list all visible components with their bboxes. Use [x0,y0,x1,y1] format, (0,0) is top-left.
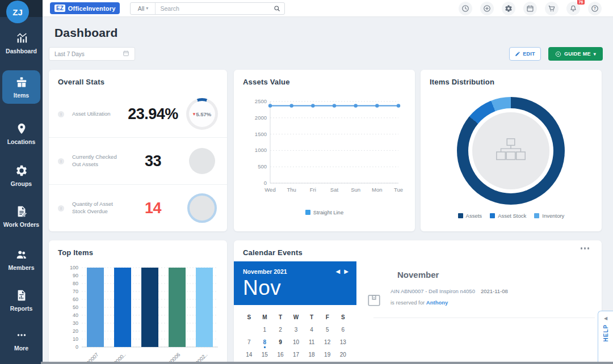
calendar-day[interactable]: 6 [335,323,351,336]
calendar-icon[interactable] [523,2,537,15]
divider [373,318,595,318]
overall-stats-card: Overall Stats i Asset Utilization 23.94%… [49,70,227,231]
help-icon[interactable]: ? [588,2,602,15]
bell-icon[interactable]: 76 [566,2,580,15]
date-range-value: Last 7 Days [54,51,85,57]
info-icon[interactable]: i [58,205,64,211]
svg-text:Wed: Wed [264,187,275,193]
svg-text:60: 60 [73,297,78,302]
calendar-day[interactable]: 7 [241,336,257,348]
calendar-day[interactable]: 12 [320,336,335,348]
calendar-day[interactable]: 10 [288,336,304,348]
card-menu-ellipsis-icon[interactable] [581,247,590,249]
members-icon [15,248,28,261]
avatar[interactable]: ZJ [6,1,29,23]
search-filter-value: All [138,5,145,12]
guide-play-icon [555,51,561,57]
calendar-day[interactable]: 20 [335,348,351,361]
sitemap-boxes-icon [493,137,528,164]
calendar-day[interactable]: 2 [272,323,288,336]
logo-name: OfficeInventory [68,5,116,12]
date-range-filter[interactable]: Last 7 Days [49,47,135,61]
stat-label: Currently Checked Out Assets [72,154,120,168]
sidebar-item-groups[interactable]: Groups [2,159,40,192]
svg-text:20: 20 [73,328,78,334]
calendar-day[interactable]: 9 [272,336,288,348]
calendar-day[interactable]: 3 [288,323,304,336]
edit-button[interactable]: EDIT [509,47,541,61]
top-items-card: Top Items 0102030405060708090100iP0007TI… [49,240,227,364]
search-input[interactable] [156,5,270,12]
info-icon[interactable]: i [58,111,64,117]
mini-calendar-header: November 2021 ◀ ▶ Nov [234,261,356,305]
event-person-link[interactable]: Anthony [426,299,448,306]
collapse-arrow-icon: ◀ [604,316,607,321]
sidebar: DashboardItemsLocationsGroupsWork Orders… [0,0,43,364]
calendar-day[interactable]: 17 [288,348,304,361]
calendar-day[interactable]: 16 [272,348,288,361]
guide-me-button[interactable]: GUIDE ME ▾ [548,47,603,61]
work-orders-icon [15,205,28,218]
calendar-prev-icon[interactable]: ◀ [336,268,341,274]
top-items-chart: 0102030405060708090100iP0007TIG0000..TI0… [54,261,225,364]
svg-text:Tue: Tue [394,187,403,193]
assets-value-chart: 05001000150020002500WedThuFriSatSunMonTu… [242,94,408,208]
event-date: 2021-11-08 [481,288,508,294]
search-icon[interactable] [270,5,284,12]
more-icon [15,328,28,342]
info-icon[interactable]: i [58,158,64,164]
assets-value-legend: Straight Line [234,209,415,215]
svg-text:500: 500 [258,163,267,170]
stat-value: 23.94% [124,105,182,123]
sidebar-item-items[interactable]: Items [2,70,40,104]
search-filter-dropdown[interactable]: All ▾ [131,3,156,14]
calendar-day[interactable] [241,323,257,336]
legend-item: Asset Stock [490,213,526,219]
calendar-day[interactable]: 5 [320,323,335,336]
calendar-day[interactable]: 14 [241,348,257,361]
stat-value: 33 [124,153,182,170]
calendar-icon [123,50,129,58]
sidebar-item-reports[interactable]: Reports [2,283,40,317]
svg-text:Sun: Sun [351,187,360,193]
calendar-day-header: F [320,311,335,323]
calendar-next-icon[interactable]: ▶ [344,268,349,274]
calendar-day[interactable]: 1 [257,323,273,336]
sidebar-item-members[interactable]: Members [2,243,40,276]
locations-icon [15,122,28,136]
app-window: DashboardItemsLocationsGroupsWork Orders… [0,0,613,364]
calendar-day[interactable]: 19 [320,348,335,361]
sidebar-item-dashboard[interactable]: Dashboard [2,26,40,60]
sidebar-item-label: Members [8,264,34,271]
assets-value-title: Assets Value [234,70,415,91]
calendar-day[interactable]: 8 [257,336,273,348]
svg-text:Thu: Thu [287,187,296,193]
app-logo[interactable]: EZ OfficeInventory [50,2,120,14]
clock-icon[interactable] [459,2,472,15]
calendar-day[interactable]: 15 [257,348,273,361]
calendar-day-header: S [335,311,351,323]
sidebar-item-more[interactable]: More [2,323,40,357]
edit-button-label: EDIT [523,51,535,57]
calendar-day[interactable]: 11 [304,336,320,348]
calendar-day[interactable]: 13 [335,336,351,348]
help-tab[interactable]: ◀ HELP [598,311,613,364]
sidebar-item-work-orders[interactable]: Work Orders [2,200,40,233]
settings-icon[interactable] [502,2,515,15]
mini-calendar-grid: SMTWTFS1234567891011121314151617181920 [234,305,356,361]
sidebar-item-locations[interactable]: Locations [2,117,40,150]
calendar-day-header: T [304,311,320,323]
overall-stats-title: Overall Stats [49,70,227,91]
stat-label: Asset Utilization [72,111,120,118]
event-description: is reserved for Anthony [391,299,448,306]
pencil-icon [515,51,520,57]
svg-text:Fri: Fri [310,187,316,193]
items-icon [15,75,28,89]
donut-center-disc [472,112,549,189]
stat-row-stock-overdue: i Quantity of Asset Stock Overdue 14 [49,184,227,231]
calendar-day[interactable]: 4 [304,323,320,336]
cart-icon[interactable] [545,2,559,15]
plus-circle-icon[interactable] [480,2,494,15]
calendar-day[interactable]: 18 [304,348,320,361]
sidebar-item-label: Dashboard [6,48,37,54]
